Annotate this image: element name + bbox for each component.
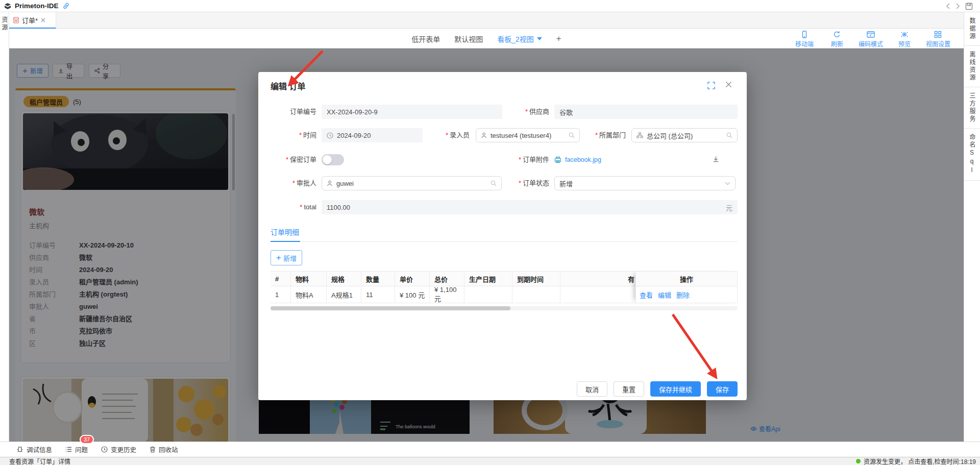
actions-header: 操作 <box>635 271 738 286</box>
currency-unit: 元 <box>726 203 732 212</box>
row-action-view[interactable]: 查看 <box>640 290 653 300</box>
attachment-file-link[interactable]: facebook.jpg <box>565 156 601 163</box>
field-label: 保密订单 <box>290 156 316 163</box>
app-title: Primeton-IDE <box>15 2 59 10</box>
row-action-edit[interactable]: 编辑 <box>658 290 671 300</box>
tab-order[interactable]: 订单* <box>9 12 56 29</box>
supplier-input[interactable]: 谷歌 <box>554 105 738 119</box>
search-icon <box>726 132 732 138</box>
department-input[interactable]: 总公司 (总公司) <box>631 128 738 142</box>
save-and-continue-button[interactable]: 保存并继续 <box>650 381 701 397</box>
table-fixed-actions-column: 操作 查看 编辑 删除 <box>635 271 738 303</box>
tab-close-icon[interactable] <box>41 18 45 22</box>
form-doc-icon <box>13 17 19 23</box>
recycle-bin-item[interactable]: 回收站 <box>150 445 178 454</box>
field-label: total <box>304 203 316 211</box>
row-actions: 查看 编辑 删除 <box>635 286 738 303</box>
edit-order-modal: 编辑 订单 订单编号 XX-2024-09-20-9 *供应商 谷歌 *时间 2… <box>258 72 747 400</box>
history-clock-icon <box>101 446 108 453</box>
tab-label: 订单* <box>22 15 38 25</box>
field-label: 所属部门 <box>599 131 626 139</box>
app-logo-icon <box>4 3 11 10</box>
chevron-down-icon <box>537 37 542 40</box>
secret-order-toggle[interactable] <box>322 154 344 165</box>
modal-title: 编辑 订单 <box>271 80 305 92</box>
modal-close-icon[interactable] <box>725 81 732 88</box>
right-rail: 数据源 离线资源 三方服务 命名Sql <box>964 12 980 442</box>
person-icon <box>481 132 487 138</box>
view-tab-lowcode-form[interactable]: 低开表单 <box>411 34 440 44</box>
view-actions: 移动端 刷新 编码模式 预览 视图设置 <box>793 31 950 48</box>
section-divider <box>271 241 738 242</box>
mobile-preview-button[interactable]: 移动端 <box>793 31 816 48</box>
chevron-down-icon <box>725 182 730 185</box>
save-button[interactable]: 保存 <box>707 381 738 397</box>
sidebar-item-datasource[interactable]: 数据源 <box>964 12 980 46</box>
refresh-button[interactable]: 刷新 <box>826 31 848 48</box>
preview-button[interactable]: 预览 <box>893 31 916 48</box>
view-toolbar: 低开表单 默认视图 看板_2视图 + 移动端 刷新 编码模式 预览 视图设置 <box>9 29 964 48</box>
problems-count-badge: 37 <box>80 435 94 444</box>
table-horizontal-scrollbar <box>271 306 738 310</box>
trash-icon <box>150 446 156 453</box>
bottom-toolbar: 调试信息 问题 变更历史 回收站 <box>0 442 980 457</box>
person-icon <box>327 180 333 186</box>
problems-item[interactable]: 问题 <box>65 445 88 454</box>
status-left-text[interactable]: 查看资源「订单」详情 <box>9 457 70 465</box>
green-status-dot <box>856 459 861 463</box>
detail-table: # 物料 规格 数量 单价 总价 生产日期 到期时间 有 1 物料A A规格1 … <box>271 271 738 303</box>
change-history-item[interactable]: 变更历史 <box>101 445 136 454</box>
field-label: 时间 <box>303 131 316 139</box>
editor-tab-strip: 订单* <box>9 12 964 29</box>
field-label: 审批人 <box>297 179 316 187</box>
cancel-button[interactable]: 取消 <box>577 381 607 397</box>
order-status-select[interactable]: 新增 <box>554 176 736 190</box>
code-mode-button[interactable]: 编码模式 <box>859 31 883 48</box>
link-icon[interactable] <box>62 3 70 9</box>
sidebar-item-offline-resources[interactable]: 离线资源 <box>964 46 980 87</box>
nav-forward-icon[interactable] <box>955 3 960 9</box>
tab-order-detail[interactable]: 订单明细 <box>271 227 299 237</box>
view-tab-kanban2[interactable]: 看板_2视图 <box>497 34 542 44</box>
titlebar: Primeton-IDE <box>0 0 980 12</box>
download-icon[interactable] <box>713 156 719 162</box>
nav-back-icon[interactable] <box>946 3 950 9</box>
list-icon <box>65 447 72 452</box>
time-input[interactable]: 2024-09-20 <box>322 128 423 142</box>
reset-button[interactable]: 重置 <box>614 381 644 397</box>
status-right-text: 资源发生变更， 点击查看,检查时间:18:19 <box>864 457 976 465</box>
sidebar-item-named-sql[interactable]: 命名Sql <box>964 129 980 181</box>
debug-info-item[interactable]: 调试信息 <box>16 445 52 454</box>
sidebar-item-resources[interactable]: 资源 <box>0 16 9 442</box>
add-detail-row-button[interactable]: 新增 <box>271 250 302 265</box>
scrollbar-thumb[interactable] <box>271 306 510 310</box>
status-bar: 查看资源「订单」详情 资源发生变更， 点击查看,检查时间:18:19 <box>0 457 980 465</box>
modal-footer: 取消 重置 保存并继续 保存 <box>271 381 738 397</box>
view-settings-button[interactable]: 视图设置 <box>926 31 950 48</box>
attachment-file-icon <box>554 156 561 163</box>
field-label: 订单状态 <box>523 179 549 187</box>
field-label: 订单附件 <box>523 156 549 163</box>
field-label: 录入员 <box>450 131 470 139</box>
left-rail: 资源 <box>0 12 9 442</box>
field-label: 订单编号 <box>290 108 316 115</box>
fullscreen-icon[interactable] <box>707 82 715 89</box>
active-tab-underline <box>271 241 300 242</box>
sidebar-item-thirdparty-services[interactable]: 三方服务 <box>964 87 980 129</box>
total-input[interactable]: 1100.00 元 <box>322 200 738 214</box>
status-right[interactable]: 资源发生变更， 点击查看,检查时间:18:19 <box>856 457 976 465</box>
org-tree-icon <box>636 132 643 138</box>
debug-icon <box>16 446 23 453</box>
field-label: 供应商 <box>529 108 549 115</box>
row-action-delete[interactable]: 删除 <box>676 290 690 300</box>
view-tab-default-view[interactable]: 默认视图 <box>454 34 483 44</box>
save-icon[interactable] <box>965 3 973 10</box>
add-view-button[interactable]: + <box>556 34 561 44</box>
recorder-input[interactable]: testuser4 (testuser4) <box>476 128 580 142</box>
clock-icon <box>327 132 333 139</box>
